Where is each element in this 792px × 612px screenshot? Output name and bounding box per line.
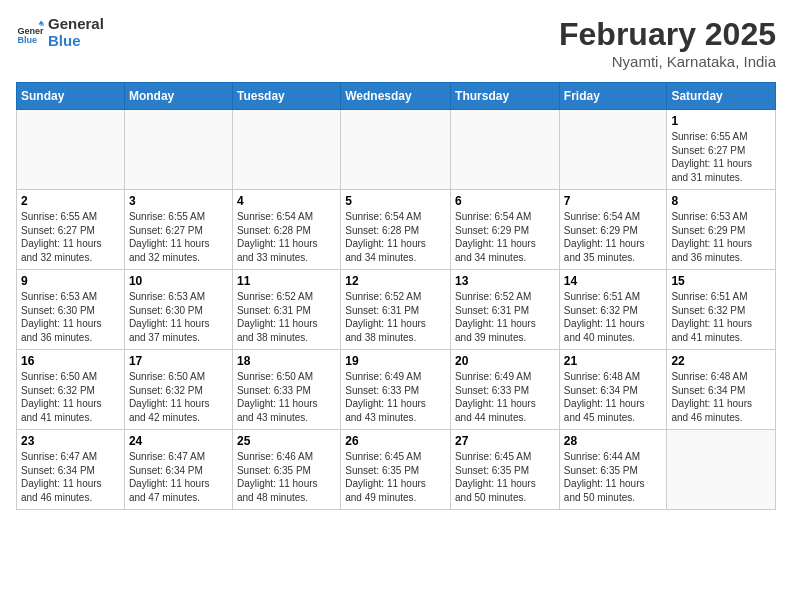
day-cell: 27Sunrise: 6:45 AM Sunset: 6:35 PM Dayli…	[451, 430, 560, 510]
day-info: Sunrise: 6:45 AM Sunset: 6:35 PM Dayligh…	[455, 450, 555, 504]
day-cell: 6Sunrise: 6:54 AM Sunset: 6:29 PM Daylig…	[451, 190, 560, 270]
day-number: 12	[345, 274, 446, 288]
day-number: 10	[129, 274, 228, 288]
day-cell	[17, 110, 125, 190]
day-cell: 5Sunrise: 6:54 AM Sunset: 6:28 PM Daylig…	[341, 190, 451, 270]
day-info: Sunrise: 6:53 AM Sunset: 6:29 PM Dayligh…	[671, 210, 771, 264]
day-cell: 10Sunrise: 6:53 AM Sunset: 6:30 PM Dayli…	[124, 270, 232, 350]
day-info: Sunrise: 6:47 AM Sunset: 6:34 PM Dayligh…	[21, 450, 120, 504]
day-info: Sunrise: 6:55 AM Sunset: 6:27 PM Dayligh…	[671, 130, 771, 184]
day-info: Sunrise: 6:52 AM Sunset: 6:31 PM Dayligh…	[237, 290, 336, 344]
day-cell: 15Sunrise: 6:51 AM Sunset: 6:32 PM Dayli…	[667, 270, 776, 350]
week-row-5: 23Sunrise: 6:47 AM Sunset: 6:34 PM Dayli…	[17, 430, 776, 510]
day-info: Sunrise: 6:53 AM Sunset: 6:30 PM Dayligh…	[21, 290, 120, 344]
day-cell: 19Sunrise: 6:49 AM Sunset: 6:33 PM Dayli…	[341, 350, 451, 430]
week-row-4: 16Sunrise: 6:50 AM Sunset: 6:32 PM Dayli…	[17, 350, 776, 430]
day-info: Sunrise: 6:51 AM Sunset: 6:32 PM Dayligh…	[671, 290, 771, 344]
day-number: 17	[129, 354, 228, 368]
day-number: 27	[455, 434, 555, 448]
day-number: 2	[21, 194, 120, 208]
col-header-saturday: Saturday	[667, 83, 776, 110]
col-header-thursday: Thursday	[451, 83, 560, 110]
day-cell: 23Sunrise: 6:47 AM Sunset: 6:34 PM Dayli…	[17, 430, 125, 510]
day-info: Sunrise: 6:47 AM Sunset: 6:34 PM Dayligh…	[129, 450, 228, 504]
day-info: Sunrise: 6:49 AM Sunset: 6:33 PM Dayligh…	[455, 370, 555, 424]
day-info: Sunrise: 6:54 AM Sunset: 6:28 PM Dayligh…	[237, 210, 336, 264]
day-cell: 24Sunrise: 6:47 AM Sunset: 6:34 PM Dayli…	[124, 430, 232, 510]
day-cell	[559, 110, 667, 190]
day-number: 1	[671, 114, 771, 128]
day-number: 3	[129, 194, 228, 208]
day-cell: 16Sunrise: 6:50 AM Sunset: 6:32 PM Dayli…	[17, 350, 125, 430]
day-info: Sunrise: 6:54 AM Sunset: 6:28 PM Dayligh…	[345, 210, 446, 264]
day-number: 7	[564, 194, 663, 208]
col-header-monday: Monday	[124, 83, 232, 110]
day-number: 23	[21, 434, 120, 448]
day-cell: 1Sunrise: 6:55 AM Sunset: 6:27 PM Daylig…	[667, 110, 776, 190]
day-number: 25	[237, 434, 336, 448]
day-number: 24	[129, 434, 228, 448]
day-number: 8	[671, 194, 771, 208]
day-info: Sunrise: 6:50 AM Sunset: 6:32 PM Dayligh…	[129, 370, 228, 424]
title-section: February 2025 Nyamti, Karnataka, India	[559, 16, 776, 70]
logo-icon: General Blue	[16, 19, 44, 47]
day-cell: 26Sunrise: 6:45 AM Sunset: 6:35 PM Dayli…	[341, 430, 451, 510]
day-number: 16	[21, 354, 120, 368]
day-info: Sunrise: 6:45 AM Sunset: 6:35 PM Dayligh…	[345, 450, 446, 504]
day-cell	[124, 110, 232, 190]
col-header-wednesday: Wednesday	[341, 83, 451, 110]
col-header-sunday: Sunday	[17, 83, 125, 110]
calendar-title: February 2025	[559, 16, 776, 53]
day-cell: 13Sunrise: 6:52 AM Sunset: 6:31 PM Dayli…	[451, 270, 560, 350]
day-number: 14	[564, 274, 663, 288]
day-info: Sunrise: 6:51 AM Sunset: 6:32 PM Dayligh…	[564, 290, 663, 344]
day-info: Sunrise: 6:48 AM Sunset: 6:34 PM Dayligh…	[671, 370, 771, 424]
day-cell	[451, 110, 560, 190]
day-cell: 3Sunrise: 6:55 AM Sunset: 6:27 PM Daylig…	[124, 190, 232, 270]
day-number: 13	[455, 274, 555, 288]
week-row-2: 2Sunrise: 6:55 AM Sunset: 6:27 PM Daylig…	[17, 190, 776, 270]
day-info: Sunrise: 6:52 AM Sunset: 6:31 PM Dayligh…	[455, 290, 555, 344]
day-cell	[667, 430, 776, 510]
header: General Blue General Blue February 2025 …	[16, 16, 776, 70]
day-cell: 14Sunrise: 6:51 AM Sunset: 6:32 PM Dayli…	[559, 270, 667, 350]
day-cell: 17Sunrise: 6:50 AM Sunset: 6:32 PM Dayli…	[124, 350, 232, 430]
day-cell: 22Sunrise: 6:48 AM Sunset: 6:34 PM Dayli…	[667, 350, 776, 430]
day-number: 5	[345, 194, 446, 208]
day-cell: 8Sunrise: 6:53 AM Sunset: 6:29 PM Daylig…	[667, 190, 776, 270]
day-info: Sunrise: 6:55 AM Sunset: 6:27 PM Dayligh…	[129, 210, 228, 264]
day-info: Sunrise: 6:49 AM Sunset: 6:33 PM Dayligh…	[345, 370, 446, 424]
col-header-friday: Friday	[559, 83, 667, 110]
day-info: Sunrise: 6:50 AM Sunset: 6:33 PM Dayligh…	[237, 370, 336, 424]
day-info: Sunrise: 6:52 AM Sunset: 6:31 PM Dayligh…	[345, 290, 446, 344]
day-number: 6	[455, 194, 555, 208]
day-cell: 28Sunrise: 6:44 AM Sunset: 6:35 PM Dayli…	[559, 430, 667, 510]
day-cell: 9Sunrise: 6:53 AM Sunset: 6:30 PM Daylig…	[17, 270, 125, 350]
logo-general-text: General	[48, 16, 104, 33]
day-info: Sunrise: 6:54 AM Sunset: 6:29 PM Dayligh…	[455, 210, 555, 264]
day-info: Sunrise: 6:48 AM Sunset: 6:34 PM Dayligh…	[564, 370, 663, 424]
day-number: 18	[237, 354, 336, 368]
day-number: 21	[564, 354, 663, 368]
day-cell: 12Sunrise: 6:52 AM Sunset: 6:31 PM Dayli…	[341, 270, 451, 350]
day-info: Sunrise: 6:54 AM Sunset: 6:29 PM Dayligh…	[564, 210, 663, 264]
day-cell: 21Sunrise: 6:48 AM Sunset: 6:34 PM Dayli…	[559, 350, 667, 430]
day-cell: 7Sunrise: 6:54 AM Sunset: 6:29 PM Daylig…	[559, 190, 667, 270]
day-cell: 20Sunrise: 6:49 AM Sunset: 6:33 PM Dayli…	[451, 350, 560, 430]
logo: General Blue General Blue	[16, 16, 104, 49]
day-number: 15	[671, 274, 771, 288]
day-number: 11	[237, 274, 336, 288]
day-info: Sunrise: 6:46 AM Sunset: 6:35 PM Dayligh…	[237, 450, 336, 504]
day-number: 28	[564, 434, 663, 448]
day-info: Sunrise: 6:53 AM Sunset: 6:30 PM Dayligh…	[129, 290, 228, 344]
day-cell	[341, 110, 451, 190]
day-number: 4	[237, 194, 336, 208]
week-row-3: 9Sunrise: 6:53 AM Sunset: 6:30 PM Daylig…	[17, 270, 776, 350]
day-info: Sunrise: 6:50 AM Sunset: 6:32 PM Dayligh…	[21, 370, 120, 424]
day-cell: 11Sunrise: 6:52 AM Sunset: 6:31 PM Dayli…	[232, 270, 340, 350]
day-number: 22	[671, 354, 771, 368]
logo-text: General Blue	[48, 16, 104, 49]
day-cell: 18Sunrise: 6:50 AM Sunset: 6:33 PM Dayli…	[232, 350, 340, 430]
day-cell: 2Sunrise: 6:55 AM Sunset: 6:27 PM Daylig…	[17, 190, 125, 270]
col-header-tuesday: Tuesday	[232, 83, 340, 110]
